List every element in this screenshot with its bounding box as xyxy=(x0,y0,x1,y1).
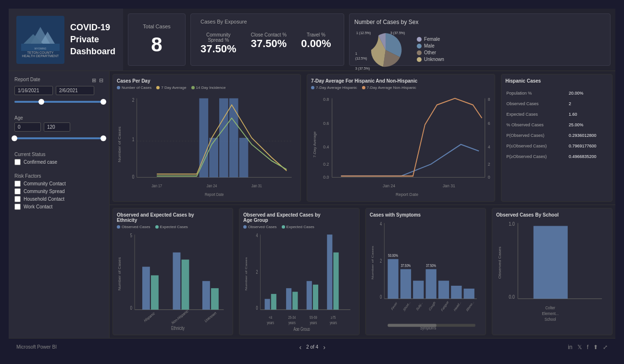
symptoms-title: Cases with Symptoms xyxy=(370,212,482,218)
svg-text:(12.5%): (12.5%) xyxy=(355,57,367,61)
svg-text:4: 4 xyxy=(256,233,258,239)
twitter-icon[interactable]: 𝕏 xyxy=(577,344,582,351)
total-cases-value: 8 xyxy=(151,33,162,56)
svg-text:0: 0 xyxy=(488,175,490,180)
svg-text:years: years xyxy=(330,320,337,325)
date-from-input[interactable] xyxy=(14,86,53,95)
expand-icon[interactable]: ⊟ xyxy=(99,77,103,84)
symptoms-body: 4 2 0 Number of Cases 50.00% 37.50% xyxy=(370,219,482,331)
date-slider[interactable] xyxy=(14,101,103,103)
risk-community-contact[interactable]: Community Contact xyxy=(14,181,103,187)
svg-text:Number of Cases: Number of Cases xyxy=(117,126,122,162)
main-content: Report Date ⊞ ⊟ xyxy=(9,71,615,338)
status-section: Current Status Confirmed case xyxy=(14,152,103,167)
logo-area: WYOMING TETON COUNTYHEALTH DEPARTMENT CO… xyxy=(9,9,123,71)
svg-text:<4: <4 xyxy=(269,315,273,320)
risk-community-spread[interactable]: Community Spread xyxy=(14,188,103,194)
svg-rect-54 xyxy=(211,288,219,310)
svg-text:WYOMING: WYOMING xyxy=(35,47,47,50)
legend-7day: 7 Day Average xyxy=(156,85,186,90)
share-icon[interactable]: ⬆ xyxy=(593,344,598,351)
date-range xyxy=(14,86,103,95)
cases-per-day-title: Cases Per Day xyxy=(117,78,297,84)
age-min-input[interactable] xyxy=(14,122,41,132)
observed-age-title: Observed and Expected Cases byAge Group xyxy=(243,212,355,223)
svg-text:6: 6 xyxy=(488,121,490,125)
cases-per-day-svg: 2 1 0 Number of Cases Jan 17 Jan 24 Jan … xyxy=(117,92,297,197)
confirmed-checkbox[interactable] xyxy=(14,159,21,165)
svg-rect-92 xyxy=(413,280,424,299)
svg-text:0.0: 0.0 xyxy=(509,294,515,300)
pop-pct-label: Population % xyxy=(506,88,568,98)
seven-day-avg-title: 7-Day Average For Hispanic And Non-Hispa… xyxy=(311,78,491,84)
risk-factors-label: Risk Factors xyxy=(14,173,103,179)
svg-text:8: 8 xyxy=(488,97,490,102)
household-contact-checkbox[interactable] xyxy=(14,196,21,202)
age-max-input[interactable] xyxy=(44,122,70,132)
legend-exp: Expected Cases xyxy=(155,225,188,229)
risk-household-contact[interactable]: Household Contact xyxy=(14,196,103,202)
sex-legend: Female Male Other Unknown xyxy=(417,36,444,63)
sex-card: Number of Cases by Sex xyxy=(349,13,611,66)
svg-text:School: School xyxy=(545,316,556,322)
linkedin-icon[interactable]: in xyxy=(568,344,572,351)
p-obs-label: P(Observed Cases) xyxy=(506,131,568,140)
svg-text:Colter: Colter xyxy=(545,305,555,310)
fullscreen-icon[interactable]: ⤢ xyxy=(603,344,608,351)
pie-svg: 1 (12.5%) 3 (37.5%) 1 (12.5%) 3 (37.5%) xyxy=(354,28,417,72)
cases-per-day-body: 2 1 0 Number of Cases Jan 17 Jan 24 Jan … xyxy=(117,92,297,197)
svg-text:Head...: Head... xyxy=(453,300,462,312)
filter-icon[interactable]: ⊞ xyxy=(92,77,96,84)
powerbi-label: Microsoft Power BI xyxy=(16,344,57,350)
svg-text:Age Group: Age Group xyxy=(293,327,310,331)
svg-rect-23 xyxy=(209,138,218,177)
next-page-button[interactable]: › xyxy=(323,343,325,351)
svg-rect-68 xyxy=(292,291,298,309)
svg-text:5: 5 xyxy=(130,233,132,239)
facebook-icon[interactable]: f xyxy=(587,344,588,351)
table-row: Observed Cases 2 xyxy=(506,99,607,109)
community-spread-checkbox[interactable] xyxy=(14,188,21,194)
logo-svg: WYOMING xyxy=(21,22,60,51)
svg-text:37.50%: 37.50% xyxy=(401,263,411,268)
svg-text:0.6: 0.6 xyxy=(323,121,329,125)
svg-text:Subj...: Subj... xyxy=(416,301,424,312)
svg-rect-51 xyxy=(173,252,181,309)
cases-per-day-legend: Number of Cases 7 Day Average 14 Day Inc… xyxy=(117,85,297,90)
svg-text:Jan 24: Jan 24 xyxy=(383,183,395,188)
risk-work-contact[interactable]: Work Contact xyxy=(14,204,103,210)
observed-ethnicity-title: Observed and Expected Cases byEthnicity xyxy=(117,212,229,223)
svg-text:1: 1 xyxy=(355,52,357,55)
date-to-input[interactable] xyxy=(56,86,94,95)
charts-row-2: Observed and Expected Cases byEthnicity … xyxy=(110,205,615,339)
age-slider[interactable] xyxy=(14,137,103,139)
svg-text:3 (37.5%): 3 (37.5%) xyxy=(390,31,405,35)
svg-rect-53 xyxy=(202,281,210,310)
symptoms-svg: 4 2 0 Number of Cases 50.00% 37.50% xyxy=(370,219,482,331)
svg-text:0: 0 xyxy=(380,294,382,300)
svg-text:25-34: 25-34 xyxy=(288,315,296,320)
svg-text:2: 2 xyxy=(380,258,382,264)
work-contact-checkbox[interactable] xyxy=(14,204,21,210)
observed-age-body: 4 2 0 Number of Cases xyxy=(243,231,355,331)
svg-rect-65 xyxy=(265,299,270,309)
confirmed-checkbox-row[interactable]: Confirmed case xyxy=(14,159,103,165)
svg-rect-69 xyxy=(307,281,312,310)
svg-rect-95 xyxy=(438,280,449,299)
bottom-bar: Microsoft Power BI ‹ 2 of 4 › in 𝕏 f ⬆ ⤢ xyxy=(9,338,615,355)
svg-text:0.4: 0.4 xyxy=(323,145,329,149)
age-svg: 4 2 0 Number of Cases xyxy=(243,231,355,331)
confirmed-label: Confirmed case xyxy=(24,159,57,165)
svg-text:Number of Cases: Number of Cases xyxy=(371,245,374,279)
school-svg: 1.0 0.0 Observed Cases Colter Element...… xyxy=(496,219,608,331)
school-title: Observed Cases By School xyxy=(496,212,608,218)
exposure-close-val: 37.50% xyxy=(251,37,287,50)
prev-page-button[interactable]: ‹ xyxy=(299,343,301,351)
svg-text:years: years xyxy=(310,320,317,325)
svg-rect-52 xyxy=(182,259,189,309)
exposure-title: Cases By Exposure xyxy=(200,19,334,24)
community-contact-checkbox[interactable] xyxy=(14,181,21,187)
exposure-travel: Travel % 0.00% xyxy=(301,32,331,55)
top-header: WYOMING TETON COUNTYHEALTH DEPARTMENT CO… xyxy=(9,9,615,71)
seven-day-avg-card: 7-Day Average For Hispanic And Non-Hispa… xyxy=(307,74,495,202)
